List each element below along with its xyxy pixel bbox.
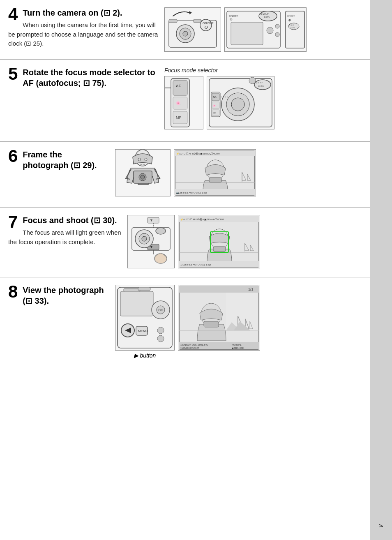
svg-point-79 [142,236,147,241]
step-6-right: ⚡AUTO ☐ AF-S✿射A ▣SD㎜A₁☐NORM [115,149,362,196]
svg-point-102 [157,327,164,334]
step-5-title: Rotate the focus mode selector to AF (au… [8,67,158,88]
svg-text:S M A P: S M A P [256,81,263,84]
svg-point-49 [249,77,256,84]
step-7-row: 7 Focus and shoot (⊡ 30). The focus area… [0,208,370,277]
svg-rect-9 [169,19,177,23]
step-5-right: Focus mode selector AF. 🌸. [164,67,362,129]
step-7-title: Focus and shoot (⊡ 30). [8,215,121,226]
svg-text:NORMAL: NORMAL [232,344,242,346]
svg-rect-94 [124,288,140,292]
svg-text:1/1: 1/1 [248,287,254,291]
svg-text:1/125  F5.6    AUTO 100[ 1.6]k: 1/125 F5.6 AUTO 100[ 1.6]k [176,192,208,194]
step-6-diagram-1 [115,149,171,196]
step-6-diagram-2: ⚡AUTO ☐ AF-S✿射A ▣SD㎜A₁☐NORM [174,149,256,196]
svg-text:AF.: AF. [213,96,217,98]
step-8-diagram-2: 1/1 [178,285,260,351]
svg-text:ON/OFF: ON/OFF [287,15,295,17]
svg-point-18 [275,24,279,28]
step-4-diagram-2: S M A P AUTO ON/OFF ⏻ ON/OFF [224,7,307,52]
step-8-diagram-1: OK MENU [115,285,175,351]
step-8-title: View the photograph (⊡ 33). [8,285,109,306]
svg-point-69 [156,228,166,234]
svg-text:OK: OK [158,308,163,312]
step-6-title: Frame the photograph (⊡ 29). [8,149,109,171]
svg-text:▼: ▼ [150,218,153,222]
svg-text:⚡AUTO ☐ AF-S✿射A ▣SD㎜A₁☐NORM: ⚡AUTO ☐ AF-S✿射A ▣SD㎜A₁☐NORM [180,218,224,221]
step-4-right: ON/OFF ⏻ S [164,7,362,52]
step-4-row: 4 Turn the camera on (⊡ 2). When using t… [0,0,370,60]
svg-rect-8 [194,19,201,23]
step-5-left: 5 Rotate the focus mode selector to AF (… [8,67,164,91]
svg-text:100NIKON   DSC_0001.JPG: 100NIKON DSC_0001.JPG [180,344,208,346]
step-8-left: 8 View the photograph (⊡ 33). [8,285,115,309]
step-5-row: 5 Rotate the focus mode selector to AF (… [0,60,370,142]
svg-text:AUTO: AUTO [258,85,264,88]
svg-rect-84 [213,247,226,252]
step-7-number: 7 [8,213,18,231]
svg-text:AUTO: AUTO [264,16,270,18]
step-5-images: AF. 🌸. MF [164,76,362,129]
svg-text:S M A: S M A [289,24,294,26]
svg-point-55 [145,158,147,161]
svg-text:📷: 📷 [176,192,179,194]
svg-rect-104 [138,287,150,291]
step-7-diagram-2: ⚡AUTO ☐ AF-S✿射A ▣SD㎜A₁☐NORM [178,215,260,268]
step-4-diagram-1: ON/OFF ⏻ [164,7,221,52]
svg-rect-16 [231,22,263,45]
svg-text:1/125  F5.6    AUTO 100[ 1.6]k: 1/125 F5.6 AUTO 100[ 1.6]k [180,263,212,266]
svg-text:S M A P: S M A P [261,13,269,15]
step-4-number: 4 [8,6,18,23]
step-6-number: 6 [8,148,18,165]
svg-text:⏻: ⏻ [204,25,208,29]
svg-marker-7 [189,11,192,14]
svg-text:MENU: MENU [138,329,148,333]
svg-text:🌸.: 🌸. [176,101,182,106]
step-5-diagram-2: AF. 🌸. MF S M A P AUTO [207,76,274,129]
svg-rect-109 [204,321,219,327]
svg-rect-60 [209,178,221,182]
step-7-diagram-1: ▼ ▼ [127,215,175,268]
svg-text:⚡AUTO ☐ AF-S✿射A ▣SD㎜A₁☐NORM: ⚡AUTO ☐ AF-S✿射A ▣SD㎜A₁☐NORM [176,152,220,155]
svg-text:ON/OFF: ON/OFF [229,15,238,17]
svg-rect-27 [173,81,187,95]
svg-point-103 [157,335,164,342]
step-8-caption: ▶ button [134,352,156,359]
svg-text:AF.: AF. [176,84,182,88]
svg-text:MF: MF [213,112,217,114]
step-4-title: Turn the camera on (⊡ 2). [8,7,158,18]
svg-point-37 [231,98,244,111]
step-7-body: The focus area will light green when the… [8,228,121,247]
svg-text:🌸.: 🌸. [213,104,217,107]
svg-text:▣4928×3264: ▣4928×3264 [232,347,244,349]
step-5-diagram-1: AF. 🌸. MF [164,76,203,129]
step-7-right: ▼ ▼ [127,215,362,268]
svg-text:15/05/2013 15:30:05: 15/05/2013 15:30:05 [180,347,199,349]
svg-rect-93 [120,291,153,316]
step-5-caption: Focus mode selector [164,67,362,74]
svg-text:AUTO: AUTO [291,27,295,29]
step-4-images: ON/OFF ⏻ S [164,7,307,52]
svg-point-54 [138,158,141,161]
step-8-number: 8 [8,283,18,300]
svg-text:ON/OFF: ON/OFF [203,22,213,25]
step-6-left: 6 Frame the photograph (⊡ 29). [8,149,115,173]
svg-text:⏻: ⏻ [230,18,233,21]
step-6-row: 6 Frame the photograph (⊡ 29). [0,142,370,208]
step-4-body: When using the camera for the first time… [8,21,158,48]
svg-point-17 [267,27,273,34]
svg-text:MF: MF [176,115,181,120]
svg-text:⏻: ⏻ [288,19,291,21]
step-7-left: 7 Focus and shoot (⊡ 30). The focus area… [8,215,127,247]
svg-point-19 [275,32,279,37]
svg-point-3 [183,31,188,36]
step-4-left: 4 Turn the camera on (⊡ 2). When using t… [8,7,164,48]
side-tab-label: v [377,524,385,528]
step-8-row: 8 View the photograph (⊡ 33). [0,277,370,366]
svg-rect-106 [179,286,259,293]
step-8-right: OK MENU [115,285,362,359]
svg-point-53 [141,175,145,179]
side-tab: v [370,0,392,540]
step-5-number: 5 [8,65,18,83]
main-content: 4 Turn the camera on (⊡ 2). When using t… [0,0,370,540]
